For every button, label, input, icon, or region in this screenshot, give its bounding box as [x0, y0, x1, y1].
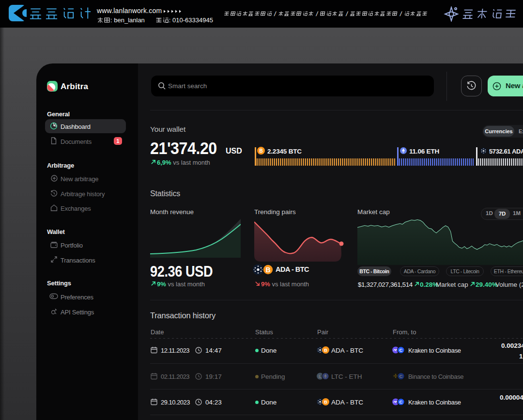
- svg-text:C: C: [400, 373, 403, 379]
- svg-text:C: C: [400, 399, 403, 404]
- svg-text:B: B: [324, 399, 327, 404]
- svg-text:L: L: [319, 373, 322, 379]
